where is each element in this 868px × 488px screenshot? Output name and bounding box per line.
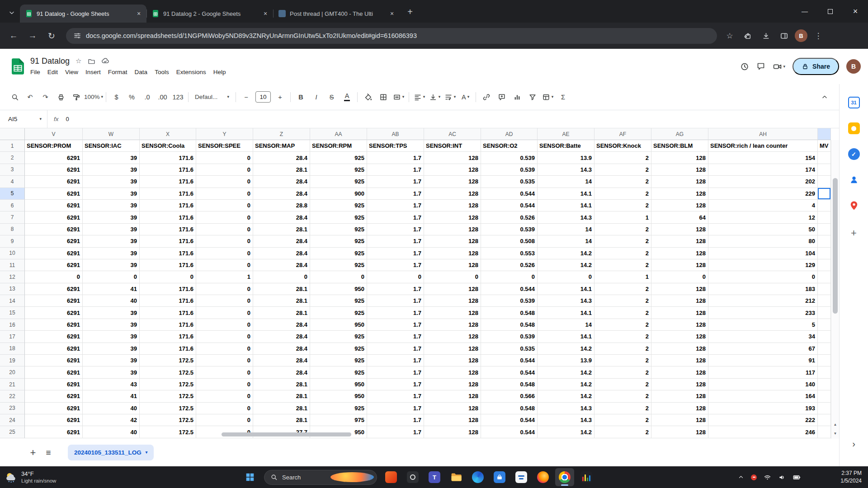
close-tab-icon[interactable]: × [388,9,396,18]
cell[interactable]: 28.4 [253,319,310,331]
column-header-ae[interactable]: AE [538,128,594,140]
cell[interactable]: 2 [594,295,651,307]
add-sheet-button[interactable]: + [25,445,41,460]
strikethrough-button[interactable]: S [324,89,339,104]
close-tab-icon[interactable]: × [135,9,143,18]
cell[interactable]: 2 [594,188,651,200]
scroll-down-button[interactable]: ▼ [831,429,839,438]
cell[interactable]: 0.539 [481,164,538,176]
cell[interactable]: 128 [651,164,708,176]
cell[interactable]: 171.6 [140,235,196,247]
cell[interactable]: 171.6 [140,164,196,176]
cell[interactable]: 6291 [25,200,83,211]
tasks-icon[interactable]: ✓ [848,148,860,160]
redo-button[interactable]: ↷ [38,89,53,104]
cell[interactable]: 0 [196,403,253,414]
cell[interactable]: 171.6 [140,319,196,331]
vertical-scrollbar[interactable]: ▲ ▼ [831,140,839,439]
cell[interactable]: 128 [651,390,708,402]
cell[interactable] [818,414,831,426]
cell[interactable]: 14 [538,319,594,331]
cell[interactable]: 1.7 [367,152,424,164]
cell[interactable]: 128 [651,224,708,235]
cell[interactable]: 0 [196,224,253,235]
taskbar-app-camera[interactable] [403,468,422,486]
taskbar-app-chrome[interactable] [555,468,574,486]
cell[interactable]: 14.3 [538,414,594,426]
cell[interactable]: 0 [708,271,818,283]
select-all-corner[interactable] [0,128,25,140]
new-tab-button[interactable]: + [403,5,417,19]
cell[interactable]: 128 [651,414,708,426]
cell[interactable]: 14.2 [538,248,594,259]
cell[interactable]: 39 [83,248,140,259]
cell[interactable]: 2 [594,283,651,295]
cell[interactable]: 6291 [25,343,83,355]
cell[interactable]: 1 [196,271,253,283]
cell[interactable]: 80 [708,235,818,247]
cell[interactable]: 925 [310,355,367,366]
cell[interactable]: 128 [651,188,708,200]
cell[interactable]: SENSOR:BLM [651,140,708,152]
cell[interactable]: 5 [708,319,818,331]
font-selector[interactable]: Defaul...▾ [191,89,233,104]
cell[interactable]: 0.548 [481,403,538,414]
maximize-button[interactable] [817,0,843,23]
extensions-puzzle-icon[interactable] [741,28,755,43]
cell[interactable]: 2 [594,355,651,366]
cell[interactable]: 925 [310,403,367,414]
cell[interactable]: 0 [196,235,253,247]
cell[interactable]: SENSOR:INT [424,140,481,152]
cell[interactable]: 0 [196,248,253,259]
taskbar-clock[interactable]: 2:37 PM 1/5/2024 [840,466,862,488]
cell[interactable]: 1.7 [367,283,424,295]
print-button[interactable] [53,89,68,104]
cell[interactable]: 14.3 [538,403,594,414]
increase-decimals-button[interactable]: .00 [155,89,170,104]
cell[interactable] [818,176,831,188]
cell[interactable]: 171.6 [140,188,196,200]
cell[interactable]: 13.9 [538,152,594,164]
browser-menu-icon[interactable]: ⋮ [811,28,826,43]
cell[interactable]: 28.1 [253,390,310,402]
cell[interactable]: 128 [651,426,708,438]
cell[interactable] [818,295,831,307]
cell[interactable]: 171.6 [140,307,196,319]
cell[interactable]: 171.6 [140,248,196,259]
cell[interactable]: 128 [651,200,708,211]
cell[interactable]: 1.7 [367,414,424,426]
cell[interactable]: 925 [310,331,367,343]
cell[interactable]: 128 [424,307,481,319]
cell[interactable]: 172.5 [140,390,196,402]
cell[interactable]: 172.5 [140,379,196,390]
cell[interactable]: 28.4 [253,188,310,200]
cell[interactable]: 39 [83,331,140,343]
cell[interactable] [818,379,831,390]
create-filter-button[interactable] [525,89,540,104]
cell[interactable]: 1 [594,211,651,223]
row-header-13[interactable]: 13 [0,283,25,295]
cell[interactable]: 14.1 [538,200,594,211]
cloud-saved-icon[interactable] [101,57,109,65]
cell[interactable]: 6291 [25,379,83,390]
cell[interactable]: 128 [424,235,481,247]
cell[interactable]: 6291 [25,224,83,235]
cell[interactable]: SENSOR:rich / lean counter [708,140,818,152]
cell[interactable]: 6291 [25,414,83,426]
cell[interactable]: 925 [310,224,367,235]
cell[interactable]: 28.1 [253,307,310,319]
cell[interactable]: 39 [83,343,140,355]
cell[interactable]: 925 [310,176,367,188]
decrease-font-size-button[interactable]: − [239,89,254,104]
cell[interactable]: 183 [708,283,818,295]
taskbar-app-firefox[interactable] [533,468,552,486]
cell[interactable]: 128 [424,390,481,402]
cell[interactable]: 128 [424,295,481,307]
cell[interactable]: 39 [83,366,140,378]
cell[interactable]: 28.1 [253,283,310,295]
cell[interactable]: 2 [594,176,651,188]
cell[interactable]: 14.1 [538,283,594,295]
menu-extensions[interactable]: Extensions [173,67,210,77]
cell[interactable]: 6291 [25,355,83,366]
row-header-25[interactable]: 25 [0,426,25,438]
